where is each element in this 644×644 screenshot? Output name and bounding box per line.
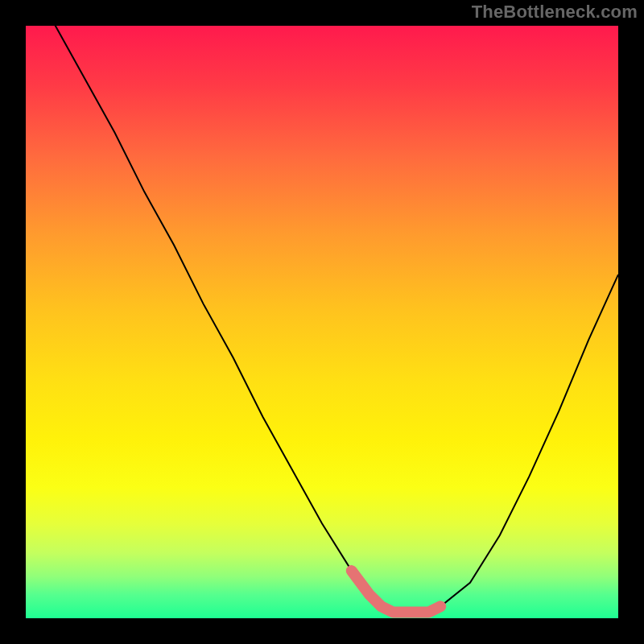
chart-frame: TheBottleneck.com xyxy=(0,0,644,644)
watermark-text: TheBottleneck.com xyxy=(472,2,638,23)
markers-svg xyxy=(26,26,618,618)
optimal-range-marker xyxy=(352,571,440,613)
plot-area xyxy=(26,26,618,618)
